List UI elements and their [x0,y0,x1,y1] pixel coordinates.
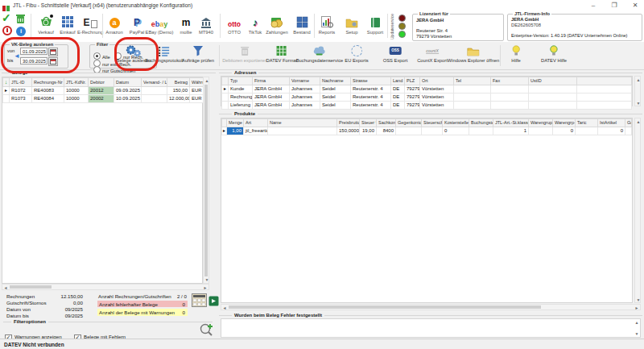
eu-exports-button[interactable]: EU Exports [345,44,368,63]
radio-nur-gutschriften[interactable]: nur Gutschriften [93,61,135,76]
scroll-thumb[interactable] [10,285,52,289]
fehler-textarea[interactable]: ▲ ▼ [221,318,641,338]
column-header[interactable]: Steuerschl. [422,119,443,127]
scroll-right-icon[interactable]: ► [634,305,640,311]
close-button[interactable]: ✕ [626,0,644,10]
sort-column-header[interactable]: ↓ [3,78,10,87]
column-header[interactable]: Währung [190,78,204,87]
scroll-up-icon[interactable]: ▲ [204,77,210,84]
column-header[interactable]: Fax [491,77,529,85]
produkte-caption-line [219,114,642,114]
adressen-row-lieferung[interactable]: Lieferung JERA GmbH Johannes Seidel Reut… [222,102,632,110]
toolbar-item-mt940[interactable]: MT940 [190,13,222,35]
toolbar-item-support[interactable]: Support [359,13,391,35]
column-header[interactable]: JTL-ID [10,78,32,87]
belege-caption-line [2,73,216,73]
scroll-thumb[interactable] [229,305,541,309]
hilfe-button[interactable]: Hilfe [511,44,521,63]
minimize-button[interactable]: – [584,0,602,10]
confirm-icon[interactable]: ✓ [2,12,14,24]
column-header[interactable]: Versand- / Leistu [142,78,167,87]
adressen-row-kunde[interactable]: ► Kunde JERA GmbH Johannes Seidel Reuten… [222,85,632,93]
zoom-plus-icon[interactable] [198,322,214,340]
row-marker-icon: ► [3,87,10,95]
column-header[interactable]: Warengrp-N [553,119,576,127]
buchungsprotokoll-button[interactable]: Buchungsprotokoll [145,44,184,63]
excel-export-icon[interactable] [208,295,219,310]
prev-period-icon[interactable]: ◄ [14,53,20,60]
toolbar-item-label: Bestand [293,30,310,35]
scroll-up-icon[interactable]: ▲ [635,118,642,125]
column-header[interactable]: JTL-KdNr. [64,78,89,87]
column-header[interactable]: Vorname [290,77,320,85]
column-header[interactable]: Ort [420,77,454,85]
column-header[interactable]: Art [244,119,268,127]
countx-export-button[interactable]: countX CountX Export [417,44,448,63]
produkte-hscrollbar[interactable]: ◄ ► [221,304,641,310]
column-header[interactable]: Nachname [320,77,351,85]
amazon-icon: a [109,13,120,28]
column-header[interactable]: Gewic [625,119,632,127]
column-header[interactable]: Betrag [167,78,190,87]
column-header[interactable]: UstID [529,77,577,85]
belege-hscrollbar[interactable]: ◄ ► [2,284,209,290]
column-header[interactable]: Buchungstext [469,119,493,127]
column-header[interactable]: Steuer % [360,119,377,127]
mosaic-icon [62,13,74,28]
scroll-down-icon[interactable]: ▼ [635,100,642,106]
oss-export-button[interactable]: OSS OSS Export [383,44,408,63]
column-header[interactable]: Strasse [351,77,391,85]
date-to-input[interactable]: 30.09.2025 [20,57,47,64]
datev-hilfe-button[interactable]: DATEV Hilfe [541,44,567,63]
auftraege-pruefen-button[interactable]: Aufträge prüfen [182,44,214,63]
cell-strasse: Reutenerstr. 4 [351,93,391,102]
adressen-vscrollbar[interactable]: ▲ ▼ [634,76,641,106]
column-header[interactable]: Gegenkonto [396,119,422,127]
produkte-row-1[interactable]: ► 1,00 jtl_freearticle 150,0000 19,00 84… [222,127,632,135]
adressen-row-rechnung[interactable]: Rechnung JERA GmbH Johannes Seidel Reute… [222,93,632,102]
recycle-bin-icon[interactable] [15,13,26,27]
info-icon[interactable]: i [16,27,26,36]
produkte-vscrollbar[interactable]: ▲ ▼ [634,118,641,303]
belege-row-1[interactable]: ► R1072 RE40083 10000 20012 09.09.2025 1… [3,87,204,95]
column-header[interactable]: Menge [227,119,244,127]
column-header[interactable]: Tel [454,77,491,85]
scroll-thumb[interactable] [204,85,208,276]
row-marker [222,93,229,102]
scroll-right-icon[interactable]: ► [202,285,208,291]
column-header[interactable]: Sachkonto [377,119,396,127]
column-header[interactable]: Taric [576,119,598,127]
column-header[interactable]: PLZ [405,77,420,85]
scroll-down-icon[interactable]: ▼ [204,276,210,283]
calculator-icon[interactable] [192,293,207,310]
column-header[interactable]: Kostenstelle 1 [443,119,469,127]
column-header[interactable]: Debitor [89,78,114,87]
column-header[interactable]: Rechnungs-Nr [32,78,64,87]
scroll-left-icon[interactable]: ◄ [2,285,9,291]
scroll-down-icon[interactable]: ▼ [634,330,640,337]
datev-format-button[interactable]: DATEV Format [266,44,298,63]
column-header[interactable]: Name [268,119,337,127]
scroll-left-icon[interactable]: ◄ [221,305,228,311]
scroll-down-icon[interactable]: ▼ [635,297,642,303]
power-off-icon[interactable] [2,26,12,35]
column-header[interactable]: Land [391,77,405,85]
date-from-input[interactable]: 01.09.2025 [20,48,47,55]
scroll-up-icon[interactable]: ▲ [634,319,640,326]
windows-explorer-button[interactable]: Windows Explorer öffnen [448,44,499,63]
restore-button[interactable]: ❐ [605,0,623,10]
calendar-button-to[interactable] [48,57,58,66]
column-header[interactable]: Typ [229,77,253,85]
column-header[interactable]: Warengrupp [529,119,553,127]
belege-vscrollbar[interactable]: ▲ ▼ [203,77,209,284]
calendar-button-from[interactable] [48,48,58,56]
belege-row-2[interactable]: R1073 RE40084 10000 20002 10.09.2025 12.… [3,95,204,103]
column-header[interactable]: Preisbrutto [337,119,360,127]
toolbar-item-label: PayPal [130,30,144,35]
column-header[interactable]: Datum [114,78,142,87]
column-header[interactable]: Firma [253,77,290,85]
column-header[interactable]: JTL-Art.-St.klasse [493,119,529,127]
buchungsdatenservice-button[interactable]: Buchungsdatenservice [296,44,344,63]
scroll-up-icon[interactable]: ▲ [635,77,642,83]
column-header[interactable]: IstArtikel [598,119,625,127]
